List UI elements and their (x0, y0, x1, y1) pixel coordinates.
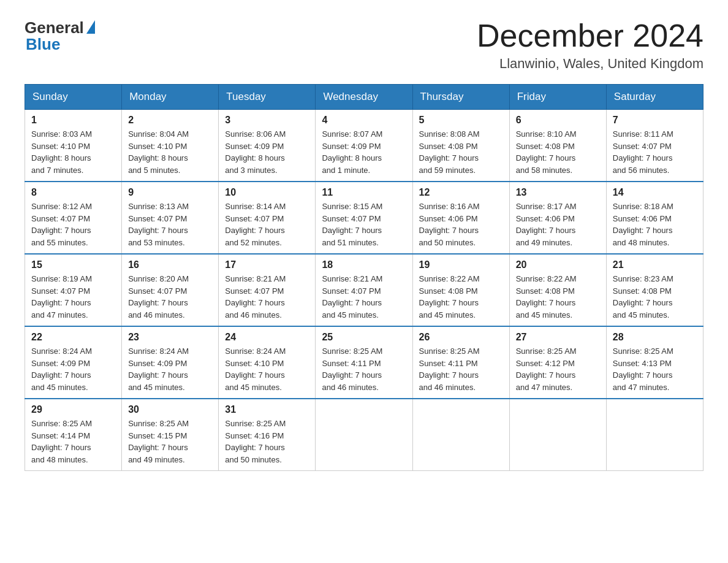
day-info: Sunrise: 8:06 AMSunset: 4:09 PMDaylight:… (225, 128, 309, 176)
day-info: Sunrise: 8:25 AMSunset: 4:15 PMDaylight:… (128, 418, 212, 465)
day-info: Sunrise: 8:07 AMSunset: 4:09 PMDaylight:… (322, 128, 406, 176)
calendar-cell (606, 399, 703, 471)
calendar-cell: 28Sunrise: 8:25 AMSunset: 4:13 PMDayligh… (606, 326, 703, 399)
day-number: 28 (613, 332, 697, 343)
title-section: December 2024 Llanwinio, Wales, United K… (477, 18, 703, 72)
calendar-week-row: 1Sunrise: 8:03 AMSunset: 4:10 PMDaylight… (25, 110, 703, 182)
calendar-cell: 4Sunrise: 8:07 AMSunset: 4:09 PMDaylight… (316, 110, 412, 182)
calendar-cell: 23Sunrise: 8:24 AMSunset: 4:09 PMDayligh… (122, 326, 219, 399)
calendar-cell: 1Sunrise: 8:03 AMSunset: 4:10 PMDaylight… (25, 110, 122, 182)
day-info: Sunrise: 8:22 AMSunset: 4:08 PMDaylight:… (419, 273, 503, 321)
weekday-header-wednesday: Wednesday (316, 85, 412, 110)
day-info: Sunrise: 8:24 AMSunset: 4:09 PMDaylight:… (128, 345, 212, 393)
day-info: Sunrise: 8:25 AMSunset: 4:12 PMDaylight:… (516, 345, 600, 393)
day-number: 1 (31, 115, 115, 126)
location-text: Llanwinio, Wales, United Kingdom (477, 56, 703, 72)
calendar-cell: 21Sunrise: 8:23 AMSunset: 4:08 PMDayligh… (606, 254, 703, 326)
weekday-header-thursday: Thursday (412, 85, 509, 110)
calendar-cell: 25Sunrise: 8:25 AMSunset: 4:11 PMDayligh… (316, 326, 412, 399)
day-info: Sunrise: 8:21 AMSunset: 4:07 PMDaylight:… (322, 273, 406, 321)
day-info: Sunrise: 8:25 AMSunset: 4:16 PMDaylight:… (225, 418, 309, 465)
day-number: 2 (128, 115, 212, 126)
day-number: 19 (419, 259, 503, 270)
calendar-week-row: 15Sunrise: 8:19 AMSunset: 4:07 PMDayligh… (25, 254, 703, 326)
day-number: 10 (225, 187, 309, 198)
page-header: General Blue December 2024 Llanwinio, Wa… (25, 18, 703, 72)
day-info: Sunrise: 8:13 AMSunset: 4:07 PMDaylight:… (128, 201, 212, 248)
day-info: Sunrise: 8:14 AMSunset: 4:07 PMDaylight:… (225, 201, 309, 248)
calendar-week-row: 29Sunrise: 8:25 AMSunset: 4:14 PMDayligh… (25, 399, 703, 471)
calendar-cell: 6Sunrise: 8:10 AMSunset: 4:08 PMDaylight… (509, 110, 606, 182)
day-info: Sunrise: 8:22 AMSunset: 4:08 PMDaylight:… (516, 273, 600, 321)
day-number: 22 (31, 332, 115, 343)
calendar-cell: 5Sunrise: 8:08 AMSunset: 4:08 PMDaylight… (412, 110, 509, 182)
calendar-cell: 24Sunrise: 8:24 AMSunset: 4:10 PMDayligh… (219, 326, 316, 399)
calendar-cell: 2Sunrise: 8:04 AMSunset: 4:10 PMDaylight… (122, 110, 219, 182)
day-number: 30 (128, 404, 212, 415)
day-info: Sunrise: 8:24 AMSunset: 4:09 PMDaylight:… (31, 345, 115, 393)
day-number: 18 (322, 259, 406, 270)
calendar-cell: 15Sunrise: 8:19 AMSunset: 4:07 PMDayligh… (25, 254, 122, 326)
calendar-cell (412, 399, 509, 471)
day-number: 27 (516, 332, 600, 343)
logo-blue-text: Blue (26, 35, 60, 54)
calendar-week-row: 22Sunrise: 8:24 AMSunset: 4:09 PMDayligh… (25, 326, 703, 399)
day-number: 8 (31, 187, 115, 198)
day-info: Sunrise: 8:16 AMSunset: 4:06 PMDaylight:… (419, 201, 503, 248)
weekday-header-saturday: Saturday (606, 85, 703, 110)
day-number: 5 (419, 115, 503, 126)
weekday-header-tuesday: Tuesday (219, 85, 316, 110)
day-number: 17 (225, 259, 309, 270)
day-info: Sunrise: 8:25 AMSunset: 4:13 PMDaylight:… (613, 345, 697, 393)
calendar-cell (509, 399, 606, 471)
weekday-header-monday: Monday (122, 85, 219, 110)
day-info: Sunrise: 8:15 AMSunset: 4:07 PMDaylight:… (322, 201, 406, 248)
calendar-week-row: 8Sunrise: 8:12 AMSunset: 4:07 PMDaylight… (25, 182, 703, 254)
calendar-cell: 29Sunrise: 8:25 AMSunset: 4:14 PMDayligh… (25, 399, 122, 471)
day-number: 20 (516, 259, 600, 270)
day-number: 9 (128, 187, 212, 198)
day-number: 23 (128, 332, 212, 343)
day-number: 11 (322, 187, 406, 198)
day-number: 4 (322, 115, 406, 126)
calendar-cell: 20Sunrise: 8:22 AMSunset: 4:08 PMDayligh… (509, 254, 606, 326)
calendar-cell: 19Sunrise: 8:22 AMSunset: 4:08 PMDayligh… (412, 254, 509, 326)
calendar-cell: 26Sunrise: 8:25 AMSunset: 4:11 PMDayligh… (412, 326, 509, 399)
logo-triangle-icon (86, 20, 95, 34)
weekday-header-friday: Friday (509, 85, 606, 110)
day-info: Sunrise: 8:25 AMSunset: 4:11 PMDaylight:… (419, 345, 503, 393)
calendar-cell: 7Sunrise: 8:11 AMSunset: 4:07 PMDaylight… (606, 110, 703, 182)
calendar-cell: 13Sunrise: 8:17 AMSunset: 4:06 PMDayligh… (509, 182, 606, 254)
calendar-cell: 16Sunrise: 8:20 AMSunset: 4:07 PMDayligh… (122, 254, 219, 326)
calendar-cell: 17Sunrise: 8:21 AMSunset: 4:07 PMDayligh… (219, 254, 316, 326)
day-info: Sunrise: 8:03 AMSunset: 4:10 PMDaylight:… (31, 128, 115, 176)
day-info: Sunrise: 8:19 AMSunset: 4:07 PMDaylight:… (31, 273, 115, 321)
day-number: 21 (613, 259, 697, 270)
day-info: Sunrise: 8:25 AMSunset: 4:11 PMDaylight:… (322, 345, 406, 393)
calendar-cell: 10Sunrise: 8:14 AMSunset: 4:07 PMDayligh… (219, 182, 316, 254)
day-number: 16 (128, 259, 212, 270)
weekday-header-sunday: Sunday (25, 85, 122, 110)
day-number: 6 (516, 115, 600, 126)
day-info: Sunrise: 8:12 AMSunset: 4:07 PMDaylight:… (31, 201, 115, 248)
day-info: Sunrise: 8:10 AMSunset: 4:08 PMDaylight:… (516, 128, 600, 176)
day-number: 26 (419, 332, 503, 343)
day-number: 15 (31, 259, 115, 270)
day-number: 25 (322, 332, 406, 343)
day-number: 29 (31, 404, 115, 415)
day-info: Sunrise: 8:24 AMSunset: 4:10 PMDaylight:… (225, 345, 309, 393)
day-number: 24 (225, 332, 309, 343)
calendar-table: SundayMondayTuesdayWednesdayThursdayFrid… (25, 84, 703, 471)
calendar-cell: 27Sunrise: 8:25 AMSunset: 4:12 PMDayligh… (509, 326, 606, 399)
calendar-cell: 22Sunrise: 8:24 AMSunset: 4:09 PMDayligh… (25, 326, 122, 399)
day-number: 31 (225, 404, 309, 415)
calendar-cell: 14Sunrise: 8:18 AMSunset: 4:06 PMDayligh… (606, 182, 703, 254)
day-info: Sunrise: 8:11 AMSunset: 4:07 PMDaylight:… (613, 128, 697, 176)
calendar-cell: 18Sunrise: 8:21 AMSunset: 4:07 PMDayligh… (316, 254, 412, 326)
day-number: 7 (613, 115, 697, 126)
day-info: Sunrise: 8:08 AMSunset: 4:08 PMDaylight:… (419, 128, 503, 176)
calendar-cell: 31Sunrise: 8:25 AMSunset: 4:16 PMDayligh… (219, 399, 316, 471)
day-info: Sunrise: 8:20 AMSunset: 4:07 PMDaylight:… (128, 273, 212, 321)
day-info: Sunrise: 8:25 AMSunset: 4:14 PMDaylight:… (31, 418, 115, 465)
day-info: Sunrise: 8:17 AMSunset: 4:06 PMDaylight:… (516, 201, 600, 248)
